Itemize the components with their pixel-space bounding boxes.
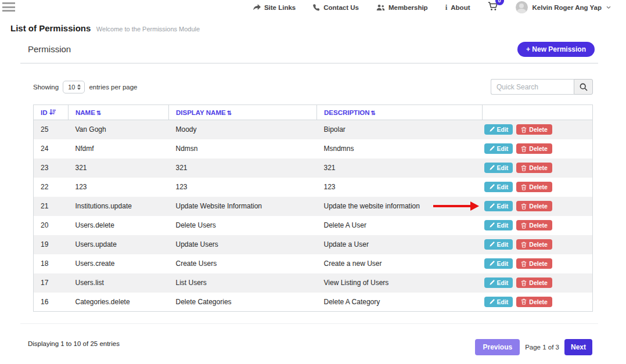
search-button[interactable] <box>574 79 593 95</box>
page-status: Page 1 of 3 <box>525 344 559 351</box>
sort-both-icon <box>370 109 376 116</box>
delete-button[interactable]: Delete <box>516 182 552 192</box>
nav-item-membership[interactable]: Membership <box>376 4 428 11</box>
nav-item-contact-us[interactable]: Contact Us <box>313 4 359 11</box>
row-id: 22 <box>34 178 69 197</box>
row-display-name: Delete Categories <box>169 293 317 312</box>
delete-button[interactable]: Delete <box>516 297 552 307</box>
row-name: Institutions.update <box>69 197 169 216</box>
chevron-down-icon <box>606 6 611 9</box>
row-name: 321 <box>69 158 169 178</box>
row-actions: EditDelete <box>483 139 593 158</box>
column-header-actions <box>483 105 593 120</box>
nav-item-about[interactable]: About <box>445 3 470 12</box>
nav-item-site-links[interactable]: Site Links <box>253 4 296 11</box>
pencil-icon <box>489 222 495 228</box>
entries-per-page-label: entries per page <box>89 84 137 91</box>
cart-badge: 0 <box>495 0 504 5</box>
trash-icon <box>521 298 527 305</box>
column-header-name[interactable]: NAME <box>69 105 169 120</box>
row-id: 24 <box>34 139 69 158</box>
row-description: View Listing of Users <box>317 273 483 293</box>
row-display-name: Delete Users <box>169 216 317 235</box>
delete-button[interactable]: Delete <box>516 239 552 250</box>
row-display-name: Create Users <box>169 254 317 273</box>
top-navbar: Site Links Contact Us Membership About 0… <box>253 1 611 13</box>
nav-label: Contact Us <box>323 4 359 11</box>
page-size-select[interactable]: 10 <box>63 81 85 93</box>
table-row: 24NfdmfNdmsnMsndmnsEditDelete <box>34 139 593 158</box>
delete-button[interactable]: Delete <box>516 143 552 154</box>
phone-icon <box>313 4 320 11</box>
row-actions: EditDelete <box>483 120 593 139</box>
edit-button[interactable]: Edit <box>484 124 513 135</box>
delete-button[interactable]: Delete <box>516 220 552 230</box>
showing-label: Showing <box>33 84 59 91</box>
row-description: Update a User <box>317 235 483 254</box>
pencil-icon <box>489 242 495 247</box>
table-body: 25Van GoghMoodyBipolarEditDelete24NfdmfN… <box>34 120 593 312</box>
delete-button[interactable]: Delete <box>516 163 552 173</box>
row-display-name: Update Website Information <box>169 197 317 216</box>
row-id: 16 <box>34 293 69 312</box>
edit-button[interactable]: Edit <box>484 182 513 192</box>
column-header-id[interactable]: ID <box>34 105 69 120</box>
table-header-row: ID NAME DISPLAY NAME DESCRIPTION <box>34 105 593 120</box>
column-header-description[interactable]: DESCRIPTION <box>317 105 483 120</box>
share-icon <box>253 4 261 11</box>
menu-hamburger-icon[interactable] <box>2 2 15 14</box>
edit-button[interactable]: Edit <box>484 143 513 154</box>
user-menu[interactable]: Kelvin Roger Ang Yap <box>516 1 611 13</box>
delete-button[interactable]: Delete <box>516 277 552 288</box>
edit-button[interactable]: Edit <box>484 239 513 250</box>
row-name: Users.update <box>69 235 169 254</box>
table-row: 25Van GoghMoodyBipolarEditDelete <box>34 120 593 139</box>
row-actions: EditDelete <box>483 293 593 312</box>
edit-button[interactable]: Edit <box>484 258 513 269</box>
pencil-icon <box>489 280 495 286</box>
trash-icon <box>521 203 527 210</box>
delete-button[interactable]: Delete <box>516 124 552 135</box>
edit-button[interactable]: Edit <box>484 297 513 307</box>
row-name: Van Gogh <box>69 120 169 139</box>
search-input[interactable] <box>491 79 574 95</box>
pencil-icon <box>489 203 495 209</box>
table-row: 16Categories.deleteDelete CategoriesDele… <box>34 293 593 312</box>
sort-both-icon <box>226 109 232 116</box>
table-row: 17Users.listList UsersView Listing of Us… <box>34 273 593 293</box>
row-description: Create a new User <box>317 254 483 273</box>
row-actions: EditDelete <box>483 178 593 197</box>
edit-button[interactable]: Edit <box>484 277 513 288</box>
table-row: 20Users.deleteDelete UsersDelete A UserE… <box>34 216 593 235</box>
pencil-icon <box>489 165 495 171</box>
previous-page-button[interactable]: Previous <box>475 339 520 355</box>
entries-per-page-control: Showing 10 entries per page <box>33 81 138 93</box>
new-permission-button[interactable]: + New Permission <box>517 42 595 57</box>
row-actions: EditDelete <box>483 254 593 273</box>
sort-amount-down-icon <box>49 109 56 116</box>
trash-icon <box>521 127 527 133</box>
edit-button[interactable]: Edit <box>484 163 513 173</box>
permissions-table: ID NAME DISPLAY NAME DESCRIPTION 25Van G… <box>33 104 593 312</box>
row-id: 23 <box>34 158 69 178</box>
info-icon <box>445 3 448 12</box>
cart-button[interactable]: 0 <box>488 2 498 13</box>
edit-button[interactable]: Edit <box>484 201 513 211</box>
row-id: 17 <box>34 273 69 293</box>
row-id: 20 <box>34 216 69 235</box>
edit-button[interactable]: Edit <box>484 220 513 230</box>
delete-button[interactable]: Delete <box>516 258 552 269</box>
row-name: Users.delete <box>69 216 169 235</box>
delete-button[interactable]: Delete <box>516 201 552 211</box>
row-description: Delete A Category <box>317 293 483 312</box>
next-page-button[interactable]: Next <box>564 339 592 355</box>
users-icon <box>376 4 385 11</box>
column-header-display-name[interactable]: DISPLAY NAME <box>169 105 317 120</box>
table-row: 21Institutions.updateUpdate Website Info… <box>34 197 593 216</box>
page-title: List of Permissions <box>10 23 91 33</box>
table-row: 19Users.updateUpdate UsersUpdate a UserE… <box>34 235 593 254</box>
sort-both-icon <box>95 109 101 116</box>
row-actions: EditDelete <box>483 273 593 293</box>
trash-icon <box>521 261 527 267</box>
row-description: 123 <box>317 178 483 197</box>
